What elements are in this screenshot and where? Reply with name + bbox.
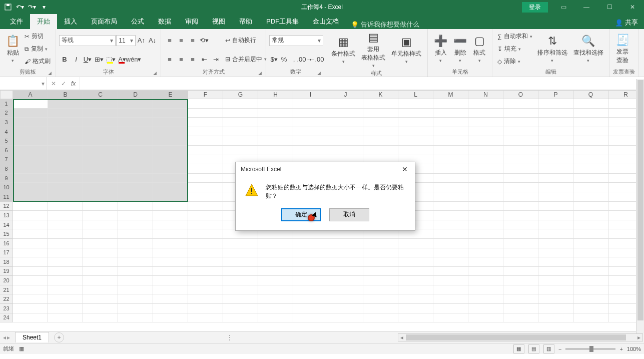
dialog-message: 您粘贴的数据与选择的数据大小不一样。是否仍要粘贴？: [266, 183, 406, 200]
dialog-title: Microsoft Excel: [241, 166, 281, 173]
maximize-icon[interactable]: ☐: [598, 0, 621, 14]
cancel-button[interactable]: 取消: [329, 208, 369, 221]
cursor-icon: [308, 214, 315, 221]
minimize-icon[interactable]: —: [575, 0, 598, 14]
modal-overlay: Microsoft Excel ✕ ! 您粘贴的数据与选择的数据大小不一样。是否…: [0, 0, 644, 359]
ribbon-display-icon[interactable]: ▭: [552, 0, 575, 14]
warning-icon: !: [245, 183, 259, 197]
close-icon[interactable]: ✕: [400, 165, 410, 173]
zoom-slider[interactable]: [565, 348, 615, 350]
login-button[interactable]: 登录: [522, 2, 548, 13]
svg-text:!: !: [250, 187, 253, 196]
close-icon[interactable]: ✕: [621, 0, 644, 14]
dialog: Microsoft Excel ✕ ! 您粘贴的数据与选择的数据大小不一样。是否…: [235, 162, 415, 231]
